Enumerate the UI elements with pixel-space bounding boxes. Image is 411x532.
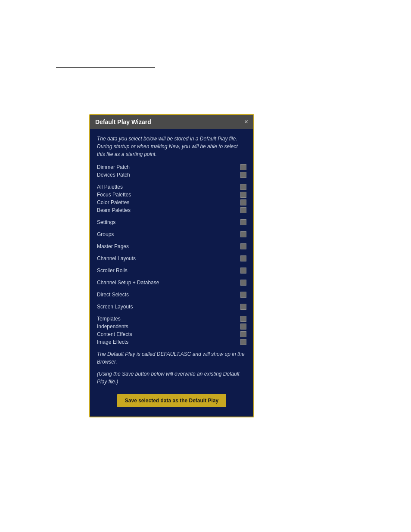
footer-text-2: (Using the Save button below will overwr… <box>97 370 246 386</box>
dialog-close-button[interactable]: × <box>244 118 248 125</box>
default-play-wizard-dialog: Default Play Wizard × The data you selec… <box>89 114 254 417</box>
checkbox-color-palettes[interactable] <box>240 199 246 205</box>
checkbox-groups[interactable] <box>240 231 246 237</box>
spacer-after-scroller-rolls <box>97 275 246 280</box>
spacer-after-groups <box>97 239 246 243</box>
checkbox-templates[interactable] <box>240 316 246 322</box>
spacer-after-channel-layouts <box>97 263 246 268</box>
checkbox-beam-palettes[interactable] <box>240 207 246 213</box>
checkbox-all-palettes[interactable] <box>240 184 246 190</box>
checkbox-row-channel-layouts: Channel Layouts <box>97 255 246 261</box>
save-button-container: Save selected data as the Default Play <box>97 394 246 410</box>
top-decorative-line <box>56 67 155 68</box>
checkbox-row-beam-palettes: Beam Palettes <box>97 207 246 213</box>
label-color-palettes: Color Palettes <box>97 199 129 205</box>
checkbox-row-channel-setup: Channel Setup + Database <box>97 280 246 286</box>
label-all-palettes: All Palettes <box>97 184 123 190</box>
checkbox-row-color-palettes: Color Palettes <box>97 199 246 205</box>
dialog-header: Default Play Wizard × <box>90 115 253 129</box>
checkbox-dimmer-patch[interactable] <box>240 164 246 170</box>
footer-text-1: The Default Play is called DEFAULT.ASC a… <box>97 350 246 366</box>
label-devices-patch: Devices Patch <box>97 172 130 178</box>
checkbox-row-content-effects: Content Effects <box>97 331 246 337</box>
label-direct-selects: Direct Selects <box>97 292 129 298</box>
dialog-intro-text: The data you select below will be stored… <box>97 135 246 158</box>
label-scroller-rolls: Scroller Rolls <box>97 268 128 274</box>
spacer-after-channel-setup <box>97 287 246 292</box>
checkbox-content-effects[interactable] <box>240 331 246 337</box>
spacer-after-direct-selects <box>97 299 246 304</box>
checkbox-focus-palettes[interactable] <box>240 192 246 198</box>
label-channel-setup: Channel Setup + Database <box>97 280 159 286</box>
spacer-after-palettes <box>97 215 246 219</box>
checkbox-row-direct-selects: Direct Selects <box>97 292 246 298</box>
checkbox-row-master-pages: Master Pages <box>97 243 246 249</box>
checkbox-independents[interactable] <box>240 324 246 330</box>
checkbox-row-devices-patch: Devices Patch <box>97 172 246 178</box>
checkbox-master-pages[interactable] <box>240 243 246 249</box>
checkbox-row-independents: Independents <box>97 324 246 330</box>
label-settings: Settings <box>97 219 115 225</box>
label-groups: Groups <box>97 231 114 237</box>
label-screen-layouts: Screen Layouts <box>97 304 133 310</box>
label-master-pages: Master Pages <box>97 243 129 249</box>
label-focus-palettes: Focus Palettes <box>97 192 131 198</box>
label-image-effects: Image Effects <box>97 339 128 345</box>
checkbox-image-effects[interactable] <box>240 339 246 345</box>
save-default-play-button[interactable]: Save selected data as the Default Play <box>117 394 226 407</box>
checkbox-screen-layouts[interactable] <box>240 304 246 310</box>
dialog-body: The data you select below will be stored… <box>90 129 253 417</box>
label-channel-layouts: Channel Layouts <box>97 255 136 261</box>
label-content-effects: Content Effects <box>97 331 132 337</box>
label-templates: Templates <box>97 316 121 322</box>
spacer-after-screen-layouts <box>97 311 246 316</box>
checkbox-row-groups: Groups <box>97 231 246 237</box>
checkbox-row-focus-palettes: Focus Palettes <box>97 192 246 198</box>
checkbox-row-settings: Settings <box>97 219 246 225</box>
label-independents: Independents <box>97 324 128 330</box>
checkbox-row-scroller-rolls: Scroller Rolls <box>97 268 246 274</box>
dialog-title: Default Play Wizard <box>95 118 151 125</box>
spacer-after-master-pages <box>97 251 246 255</box>
label-dimmer-patch: Dimmer Patch <box>97 164 130 170</box>
checkbox-direct-selects[interactable] <box>240 292 246 298</box>
checkbox-channel-layouts[interactable] <box>240 255 246 261</box>
checkbox-row-templates: Templates <box>97 316 246 322</box>
checkbox-row-screen-layouts: Screen Layouts <box>97 304 246 310</box>
page-background: Default Play Wizard × The data you selec… <box>0 0 411 532</box>
checkbox-channel-setup[interactable] <box>240 280 246 286</box>
checkbox-row-dimmer-patch: Dimmer Patch <box>97 164 246 170</box>
checkbox-settings[interactable] <box>240 219 246 225</box>
checkbox-row-image-effects: Image Effects <box>97 339 246 345</box>
checkbox-scroller-rolls[interactable] <box>240 268 246 274</box>
label-beam-palettes: Beam Palettes <box>97 207 131 213</box>
checkbox-row-all-palettes: All Palettes <box>97 184 246 190</box>
checkbox-devices-patch[interactable] <box>240 172 246 178</box>
spacer-after-patch <box>97 180 246 184</box>
spacer-after-settings <box>97 227 246 231</box>
